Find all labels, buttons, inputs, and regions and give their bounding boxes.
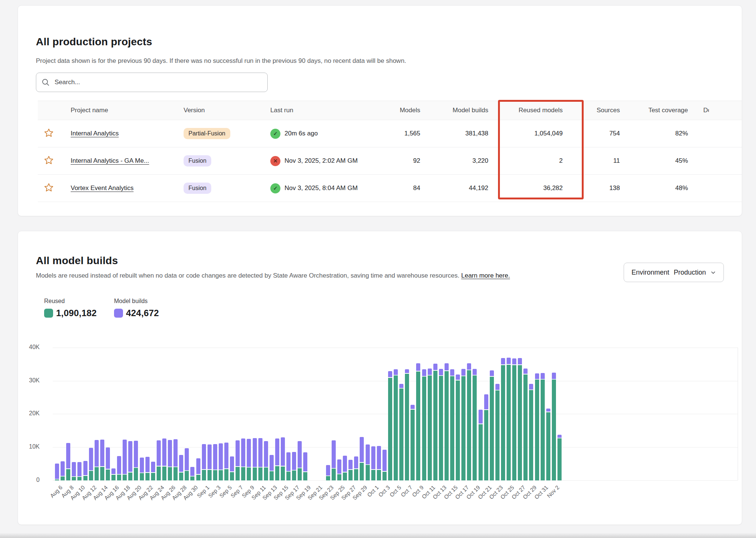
column-models: Models xyxy=(374,107,420,114)
y-axis-label: 0 xyxy=(18,477,40,483)
favorite-star-button[interactable] xyxy=(43,155,54,166)
bar-model-builds xyxy=(196,458,200,474)
bar-model-builds xyxy=(258,438,262,467)
bar-model-builds xyxy=(128,441,132,472)
bar-reused xyxy=(168,467,172,480)
last-run-cell: ✓Nov 3, 2025, 8:04 AM GM xyxy=(270,183,374,193)
bar-reused xyxy=(100,467,104,480)
x-axis-label: Oct 7 xyxy=(400,484,414,498)
legend-reused-value: 1,090,182 xyxy=(56,308,97,318)
bar-model-builds xyxy=(416,363,420,371)
builds-subtitle: Models are reused instead of rebuilt whe… xyxy=(36,272,510,279)
x-axis-label: Sep 3 xyxy=(207,484,222,499)
project-link[interactable]: Vortex Event Analytics xyxy=(71,184,179,192)
bar-reused xyxy=(337,474,341,480)
models-cell: 84 xyxy=(374,184,420,192)
bar-model-builds xyxy=(445,363,449,370)
bar-reused xyxy=(292,470,296,480)
favorite-star-button[interactable] xyxy=(43,128,54,139)
project-link[interactable]: Internal Analytics - GA Me... xyxy=(71,157,179,165)
environment-dropdown[interactable]: Environment Production xyxy=(624,263,724,282)
bar-model-builds xyxy=(264,441,268,467)
favorite-cell xyxy=(38,155,71,166)
x-axis-label: Oct 1 xyxy=(366,484,379,498)
bar-model-builds xyxy=(337,459,341,474)
page-title: All production projects xyxy=(36,36,152,48)
bar-reused xyxy=(202,470,206,480)
column-reused-models: Reused models xyxy=(488,107,563,114)
legend-model-builds-swatch xyxy=(114,309,123,318)
bar-model-builds xyxy=(326,465,330,476)
bar-model-builds xyxy=(529,384,533,389)
table-row: Internal Analytics - GA Me...Fusion✕Nov … xyxy=(38,147,742,175)
reused-models-cell: 2 xyxy=(488,157,563,165)
bar-reused xyxy=(106,470,110,480)
last-run-text: Nov 3, 2025, 8:04 AM GM xyxy=(285,184,358,192)
bar-reused xyxy=(236,467,240,480)
bar-model-builds xyxy=(377,446,381,469)
bar-model-builds xyxy=(111,468,116,474)
favorite-star-button[interactable] xyxy=(43,183,54,194)
legend-model-builds: Model builds 424,672 xyxy=(114,298,159,318)
x-axis-label: Sep 1 xyxy=(196,484,210,499)
sources-cell: 11 xyxy=(563,157,620,165)
bar-reused xyxy=(557,438,562,480)
y-axis-label: 30K xyxy=(18,377,40,384)
learn-more-link[interactable]: Learn more here. xyxy=(461,272,510,279)
x-axis-label: Sep 7 xyxy=(229,484,244,499)
bar-reused xyxy=(281,467,285,480)
y-axis-label: 20K xyxy=(18,410,40,417)
bar-model-builds xyxy=(405,369,409,373)
chart-gridline xyxy=(53,348,738,348)
search-input[interactable] xyxy=(54,78,262,86)
bar-reused xyxy=(388,378,392,480)
version-badge: Fusion xyxy=(184,155,211,166)
star-icon xyxy=(44,183,54,194)
bar-model-builds xyxy=(202,444,206,469)
x-axis-label: Oct 5 xyxy=(388,484,402,498)
bar-model-builds xyxy=(512,358,516,364)
bar-reused xyxy=(157,467,161,480)
bar-reused xyxy=(219,470,223,480)
reused-models-cell: 36,282 xyxy=(488,184,563,192)
bar-model-builds xyxy=(145,457,150,472)
projects-subtitle: Project data shown is for the previous 9… xyxy=(36,57,406,65)
last-run-text: 20m 6s ago xyxy=(285,130,318,137)
column-sources: Sources xyxy=(563,107,620,114)
bar-reused xyxy=(213,470,217,480)
column-test-coverage: Test coverage xyxy=(620,107,688,114)
bar-model-builds xyxy=(213,444,217,470)
bar-reused xyxy=(55,479,59,480)
bar-reused xyxy=(298,468,302,480)
test-coverage-cell: 82% xyxy=(620,130,688,137)
bar-reused xyxy=(190,476,194,480)
bar-model-builds xyxy=(219,443,223,470)
project-name-cell: Internal Analytics - GA Me... xyxy=(71,157,184,165)
bar-model-builds xyxy=(230,456,234,471)
project-link[interactable]: Internal Analytics xyxy=(71,130,179,137)
bar-model-builds xyxy=(411,405,415,409)
bar-model-builds xyxy=(557,435,562,437)
bar-reused xyxy=(467,370,471,480)
bar-reused xyxy=(253,467,257,480)
projects-table-body: Internal AnalyticsPartial-Fusion✓20m 6s … xyxy=(38,120,742,202)
x-axis-label: Oct 3 xyxy=(377,484,391,498)
table-row: Vortex Event AnalyticsFusion✓Nov 3, 2025… xyxy=(38,175,742,202)
bar-reused xyxy=(377,470,381,480)
bar-reused xyxy=(123,474,127,480)
bar-model-builds xyxy=(72,462,76,476)
favorite-cell xyxy=(38,128,71,139)
sources-cell: 754 xyxy=(563,130,620,137)
version-cell: Fusion xyxy=(184,155,270,166)
bar-model-builds xyxy=(552,373,556,379)
column-documentation: Documentation xyxy=(688,107,709,114)
bar-model-builds xyxy=(495,384,500,389)
version-badge: Fusion xyxy=(184,183,211,194)
bar-model-builds xyxy=(343,456,347,472)
bar-model-builds xyxy=(140,458,144,473)
bar-reused xyxy=(117,474,121,480)
bar-reused xyxy=(89,471,93,480)
model-builds-chart: 010K20K30K40KAug 6Aug 8Aug 10Aug 12Aug 1… xyxy=(18,343,742,523)
bar-reused xyxy=(490,377,494,480)
bar-reused xyxy=(428,375,432,480)
